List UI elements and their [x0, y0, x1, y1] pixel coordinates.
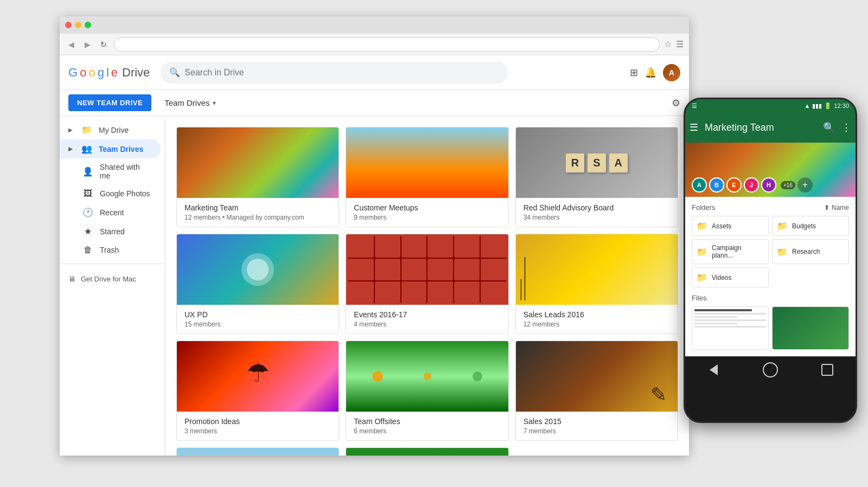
folder-name-assets: Assets — [712, 222, 731, 230]
drive-card-image-events — [346, 234, 508, 305]
browser-toolbar: ◀ ▶ ↻ ☆ ☰ — [60, 34, 689, 55]
drive-card-marketing[interactable]: Marketing Team 12 members • Managed by c… — [176, 127, 339, 227]
folder-research[interactable]: 📁 Research — [772, 239, 849, 264]
breadcrumb-arrow: ▾ — [213, 99, 216, 107]
recents-square-icon — [821, 364, 833, 376]
sidebar-item-my-drive[interactable]: ▶ 📁 My Drive — [60, 120, 161, 139]
sidebar-label-photos: Google Photos — [100, 189, 150, 198]
phone-overlay: ☰ ▲ ▮▮▮ 🔋 12:30 ☰ Marketing Team 🔍 ⋮ A B… — [684, 98, 857, 423]
drive-card-bottom1[interactable] — [176, 447, 339, 456]
sidebar: ▶ 📁 My Drive ▶ 👥 Team Drives 👤 Shared wi… — [60, 116, 165, 456]
forward-button[interactable]: ▶ — [81, 39, 93, 50]
drive-name-promotion: Promotion Ideas — [184, 417, 331, 426]
browser-window: ◀ ▶ ↻ ☆ ☰ Google Drive 🔍 ⊞ 🔔 A NEW TEAM … — [60, 16, 689, 456]
doc-line — [694, 326, 766, 328]
sidebar-item-team-drives[interactable]: ▶ 👥 Team Drives — [60, 139, 161, 158]
drive-card-image-customer — [346, 127, 508, 198]
folder-budgets[interactable]: 📁 Budgets — [772, 216, 849, 236]
signal-icon: ▮▮▮ — [812, 102, 822, 110]
folder-assets[interactable]: 📁 Assets — [692, 216, 769, 236]
breadcrumb[interactable]: Team Drives ▾ — [164, 98, 216, 107]
drive-card-redshield[interactable]: R S A Red Shield Advisory Board 34 membe… — [515, 127, 678, 227]
wifi-icon: ▲ — [805, 102, 810, 109]
phone-status-bar: ☰ ▲ ▮▮▮ 🔋 12:30 — [685, 99, 856, 112]
breadcrumb-label: Team Drives — [164, 98, 209, 107]
maximize-button[interactable] — [85, 22, 91, 28]
phone-search-icon[interactable]: 🔍 — [823, 121, 835, 133]
sidebar-item-recent[interactable]: 🕐 Recent — [60, 203, 161, 222]
time-display: 12:30 — [834, 102, 849, 109]
shared-icon: 👤 — [82, 166, 93, 177]
drive-card-customer[interactable]: Customer Meetups 9 members — [346, 127, 508, 227]
doc-line — [694, 316, 737, 318]
sort-button[interactable]: ⬆ Name — [824, 204, 849, 212]
drive-meta-events: 4 members — [354, 321, 500, 328]
new-team-drive-button[interactable]: NEW TEAM DRIVE — [68, 94, 151, 111]
bookmark-icon[interactable]: ☆ — [664, 39, 672, 49]
folder-name-videos: Videos — [712, 274, 731, 281]
sidebar-item-shared[interactable]: 👤 Shared with me — [60, 158, 161, 184]
drive-card-sales2015[interactable]: ✎ Sales 2015 7 members — [515, 341, 678, 441]
sub-header: NEW TEAM DRIVE Team Drives ▾ ⚙ — [60, 90, 689, 116]
drive-card-events[interactable]: Events 2016-17 4 members — [346, 234, 508, 334]
drive-card-salesleads[interactable]: Sales Leads 2016 12 members — [515, 234, 678, 334]
url-bar[interactable] — [114, 37, 660, 52]
drive-name-uxpd: UX PD — [184, 310, 331, 319]
files-section-title: Files — [692, 294, 849, 302]
user-avatar[interactable]: A — [663, 64, 680, 81]
drive-name-sales2015: Sales 2015 — [524, 417, 670, 426]
drive-grid: Marketing Team 12 members • Managed by c… — [176, 127, 678, 456]
back-button[interactable]: ◀ — [65, 39, 77, 50]
search-input[interactable] — [184, 68, 499, 78]
get-drive-label: Get Drive for Mac — [81, 275, 136, 283]
phone-members-row: A B E J H +16 + — [692, 177, 813, 193]
sidebar-item-photos[interactable]: 🖼 Google Photos — [60, 184, 161, 203]
apps-icon[interactable]: ⊞ — [630, 67, 638, 79]
minimize-button[interactable] — [75, 22, 81, 28]
phone-home-button[interactable] — [760, 359, 781, 381]
refresh-button[interactable]: ↻ — [98, 39, 110, 50]
phone-files-grid — [692, 306, 849, 350]
file-thumb-doc[interactable] — [692, 306, 769, 350]
drive-name-offsites: Team Offsites — [354, 417, 500, 426]
drive-card-uxpd[interactable]: UX PD 15 members — [176, 234, 339, 334]
folder-icon: 📁 — [777, 247, 788, 257]
drive-card-offsites[interactable]: Team Offsites 6 members — [346, 341, 508, 441]
folder-name-campaign: Campaign plann... — [712, 244, 764, 259]
sidebar-item-starred[interactable]: ★ Starred — [60, 222, 161, 241]
sidebar-bottom: 🖥 Get Drive for Mac — [60, 264, 165, 294]
app-header: Google Drive 🔍 ⊞ 🔔 A — [60, 55, 689, 90]
phone-hero-image: A B E J H +16 + — [685, 143, 856, 197]
drive-name-customer: Customer Meetups — [354, 203, 500, 212]
file-thumb-sheet[interactable] — [772, 306, 849, 350]
battery-icon: 🔋 — [824, 102, 832, 110]
drive-card-promotion[interactable]: ☂ Promotion Ideas 3 members — [176, 341, 339, 441]
browser-titlebar — [60, 16, 689, 34]
menu-icon[interactable]: ☰ — [676, 39, 684, 49]
folder-videos[interactable]: 📁 Videos — [692, 267, 769, 287]
sidebar-item-trash[interactable]: 🗑 Trash — [60, 241, 161, 259]
folder-campaign[interactable]: 📁 Campaign plann... — [692, 239, 769, 264]
folder-icon: 📁 — [777, 221, 788, 231]
search-bar[interactable]: 🔍 — [161, 62, 508, 84]
phone-recents-button[interactable] — [816, 359, 838, 381]
drive-card-bottom2[interactable]: 🎵 — [346, 447, 508, 456]
drive-meta-customer: 9 members — [354, 214, 500, 221]
member-avatar-e: E — [726, 177, 742, 193]
phone-back-button[interactable] — [703, 359, 724, 381]
settings-icon[interactable]: ⚙ — [672, 97, 680, 109]
notifications-icon[interactable]: 🔔 — [644, 67, 656, 79]
sidebar-label-starred: Starred — [100, 227, 125, 236]
member-avatar-j: J — [744, 177, 759, 193]
recent-icon: 🕐 — [82, 207, 93, 217]
sidebar-label-shared: Shared with me — [100, 163, 152, 180]
phone-more-icon[interactable]: ⋮ — [841, 121, 851, 133]
drive-meta-promotion: 3 members — [184, 427, 331, 435]
phone-menu-icon[interactable]: ☰ — [690, 121, 698, 133]
add-member-button[interactable]: + — [797, 177, 813, 193]
photos-icon: 🖼 — [82, 189, 93, 198]
close-button[interactable] — [65, 22, 72, 28]
get-drive-mac-button[interactable]: 🖥 Get Drive for Mac — [60, 271, 165, 287]
drive-card-info-salesleads: Sales Leads 2016 12 members — [516, 305, 678, 334]
drive-card-info-events: Events 2016-17 4 members — [346, 305, 508, 334]
